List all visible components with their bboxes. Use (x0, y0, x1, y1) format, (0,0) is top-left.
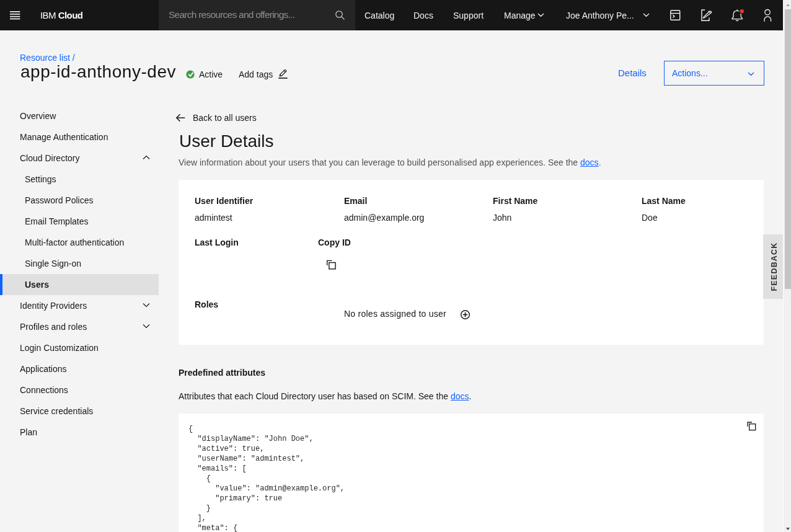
svg-text:FEEDBACK: FEEDBACK (770, 242, 779, 291)
